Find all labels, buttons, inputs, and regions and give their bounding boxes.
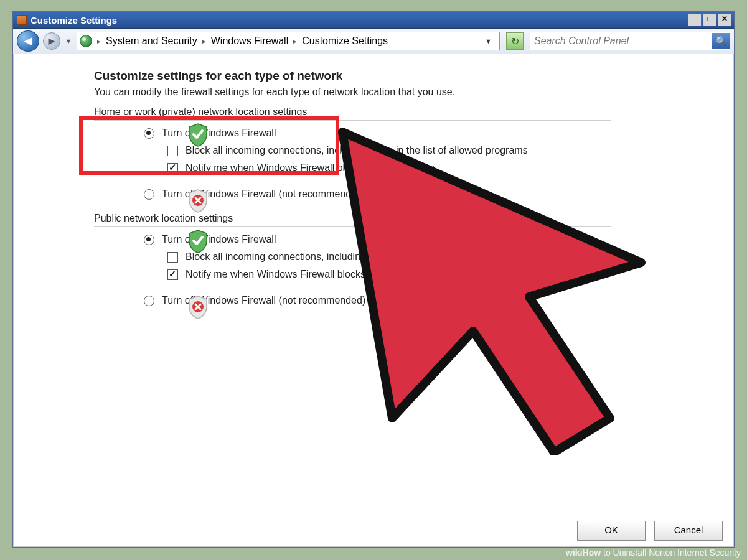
shield-off-icon [187,296,209,319]
page-heading: Customize settings for each type of netw… [94,69,719,83]
wikihow-caption-text: to Uninstall Norton Internet Security [601,548,741,558]
chevron-right-icon: ▸ [201,37,207,45]
window-frame: Customize Settings _ □ ✕ ◄ ► ▼ ▸ System … [12,11,735,548]
checkbox-public-notify-label: Notify me when Windows Firewall blocks a… [186,268,435,281]
arrow-right-icon: ► [46,35,57,48]
search-box: 🔍 [530,32,730,50]
wikihow-caption: wikiHow to Uninstall Norton Internet Sec… [0,545,747,560]
radio-private-off[interactable] [144,189,154,200]
minimize-button[interactable]: _ [688,14,702,26]
content-area: Customize settings for each type of netw… [13,54,734,520]
section-public: Turn on Windows Firewall Block all incom… [94,227,719,313]
breadcrumb-item[interactable]: Windows Firewall [207,35,292,47]
breadcrumb-item[interactable]: System and Security [102,35,201,47]
breadcrumb-item[interactable]: Customize Settings [298,35,392,47]
maximize-button[interactable]: □ [703,14,716,26]
checkbox-private-notify[interactable] [167,163,178,174]
window-title: Customize Settings [31,15,687,26]
search-button[interactable]: 🔍 [712,33,730,49]
chevron-down-icon[interactable]: ▼ [480,37,497,45]
checkbox-private-block[interactable] [167,146,178,156]
breadcrumb: ▸ System and Security ▸ Windows Firewall… [96,35,480,47]
section-private: Turn on Windows Firewall Block all incom… [94,121,719,207]
search-input[interactable] [530,35,712,47]
cancel-button[interactable]: Cancel [654,521,723,541]
shield-on-icon [187,123,209,147]
ok-button[interactable]: OK [577,521,646,541]
radio-private-on-label: Turn on Windows Firewall [162,127,276,139]
radio-private-on[interactable] [144,128,154,139]
page-subtext: You can modify the firewall settings for… [94,86,719,98]
checkbox-private-notify-label: Notify me when Windows Firewall blocks a… [186,162,435,174]
radio-public-on-label: Turn on Windows Firewall [162,233,276,246]
titlebar: Customize Settings _ □ ✕ [13,12,734,29]
checkbox-public-block-label: Block all incoming connections, includin… [186,251,435,263]
radio-public-off[interactable] [144,296,154,306]
nav-forward-button[interactable]: ► [43,32,60,50]
section-private-label: Home or work (private) network location … [94,106,611,121]
checkbox-private-block-label: Block all incoming connections, includin… [186,144,528,157]
firewall-app-icon [17,15,27,25]
checkbox-public-block[interactable] [167,252,178,263]
shield-on-icon [187,230,209,253]
refresh-button[interactable]: ↻ [506,32,524,50]
nav-back-button[interactable]: ◄ [17,30,39,52]
arrow-left-icon: ◄ [21,33,35,49]
chevron-right-icon: ▸ [96,37,102,45]
nav-history-dropdown[interactable]: ▼ [64,37,73,45]
search-icon: 🔍 [715,35,727,47]
chevron-right-icon: ▸ [292,37,298,45]
refresh-icon: ↻ [511,35,519,47]
checkbox-public-notify[interactable] [167,269,178,280]
close-button[interactable]: ✕ [718,14,731,26]
shield-off-icon [187,189,209,213]
control-panel-icon [80,35,92,47]
wikihow-brand: wikiHow [566,548,601,558]
section-public-label: Public network location settings [94,213,611,227]
dialog-button-bar: OK Cancel [577,521,723,541]
navigation-bar: ◄ ► ▼ ▸ System and Security ▸ Windows Fi… [13,29,734,54]
radio-public-on[interactable] [144,235,154,245]
address-bar[interactable]: ▸ System and Security ▸ Windows Firewall… [77,32,500,50]
